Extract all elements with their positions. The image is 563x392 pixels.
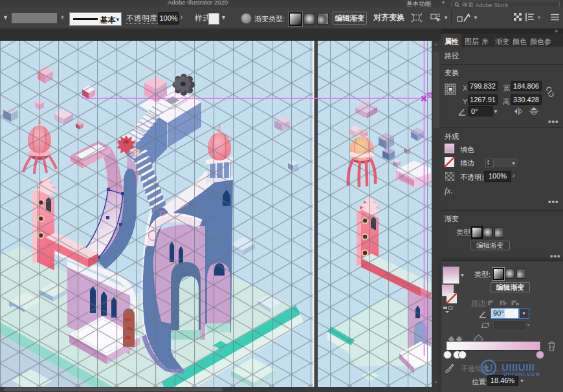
svg-text:UIIIUIII.COM: UIIIUIII.COM (503, 371, 540, 377)
svg-text:UIIIUIII: UIIIUIII (502, 362, 535, 373)
svg-text:交: 交 (426, 92, 432, 98)
